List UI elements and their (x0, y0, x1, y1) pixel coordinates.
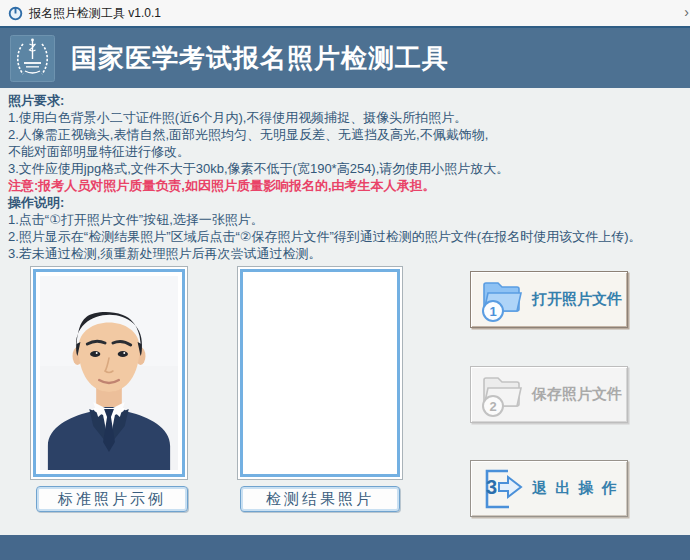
standard-photo-frame (30, 266, 188, 480)
exit-button-label: 退 出 操 作 (532, 479, 619, 498)
svg-text:3: 3 (486, 476, 497, 498)
standard-photo-frame-inner (33, 269, 185, 477)
status-bar (0, 535, 690, 560)
instruction-line: 3.若未通过检测,须重新处理照片后再次尝试通过检测。 (8, 245, 686, 262)
chevron-right-icon[interactable]: › (684, 4, 689, 20)
instruction-text-block: 照片要求: 1.使用白色背景小二寸证件照(近6个月内),不得使用视频捕捉、摄像头… (8, 92, 686, 262)
title-bar: 报名照片检测工具 v1.0.1 › (0, 0, 690, 26)
instruction-line: 2.照片显示在“检测结果照片”区域后点击“②保存照片文件”得到通过检测的照片文件… (8, 228, 686, 245)
requirement-line: 1.使用白色背景小二寸证件照(近6个月内),不得使用视频捕捉、摄像头所拍照片。 (8, 109, 686, 126)
sample-photo-label: 标准照片示例 (36, 486, 188, 512)
instructions-heading: 操作说明: (8, 194, 686, 211)
result-photo-label: 检测结果照片 (240, 486, 400, 512)
result-photo-frame-inner (240, 269, 400, 477)
requirement-line: 3.文件应使用jpg格式,文件不大于30kb,像素不低于(宽190*高254),… (8, 160, 686, 177)
sample-portrait-photo (40, 276, 178, 470)
requirements-heading: 照片要求: (8, 92, 686, 109)
exit-button[interactable]: 3 退 出 操 作 (470, 460, 628, 517)
save-photo-button-label: 保存照片文件 (532, 385, 622, 404)
svg-text:2: 2 (489, 399, 496, 414)
result-photo-placeholder (247, 276, 393, 470)
svg-text:1: 1 (489, 304, 496, 319)
open-photo-button-label: 打开照片文件 (532, 290, 622, 309)
requirement-line: 2.人像需正视镜头,表情自然,面部光照均匀、无明显反差、无遮挡及高光,不佩戴饰物… (8, 126, 686, 143)
app-window: 报名照片检测工具 v1.0.1 › 国家医学考试报名照片检测工具 照片要求: 1… (0, 0, 690, 560)
requirement-line: 不能对面部明显特征进行修改。 (8, 143, 686, 160)
open-folder-icon: 1 (478, 277, 526, 323)
header-banner: 国家医学考试报名照片检测工具 (0, 26, 690, 88)
app-power-icon (8, 6, 23, 21)
window-title: 报名照片检测工具 v1.0.1 (29, 5, 161, 22)
instruction-line: 1.点击“①打开照片文件”按钮,选择一张照片。 (8, 211, 686, 228)
exit-arrow-icon: 3 (478, 466, 526, 512)
save-photo-button[interactable]: 2 保存照片文件 (470, 366, 628, 423)
open-photo-button[interactable]: 1 打开照片文件 (470, 271, 628, 328)
result-photo-frame (237, 266, 403, 480)
quality-warning-text: 注意:报考人员对照片质量负责,如因照片质量影响报名的,由考生本人承担。 (8, 177, 686, 194)
save-folder-icon-disabled: 2 (478, 372, 526, 418)
medical-exam-logo (10, 35, 55, 82)
page-title: 国家医学考试报名照片检测工具 (71, 41, 449, 76)
